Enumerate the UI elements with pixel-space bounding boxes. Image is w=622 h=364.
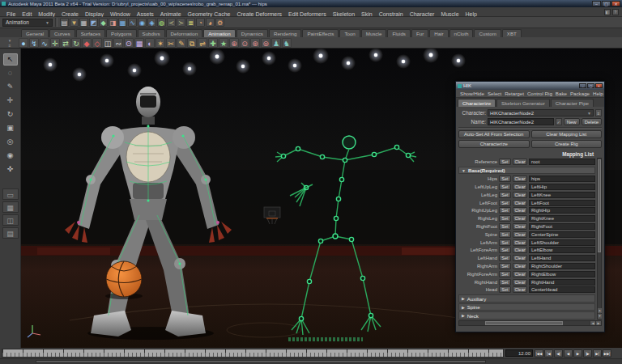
tool-button[interactable]: ◎ — [3, 136, 18, 148]
shelf-icon[interactable]: ⧉ — [187, 38, 197, 48]
menu-item[interactable]: Create — [58, 11, 82, 17]
shelf-icon[interactable]: ⇄ — [61, 38, 70, 48]
playback-button[interactable]: ▶ — [573, 349, 582, 358]
shelf-icon[interactable]: ✚ — [208, 38, 218, 48]
shelf-icon[interactable]: ▦ — [134, 38, 144, 48]
shelf-tab[interactable]: nCloth — [449, 29, 474, 37]
clear-button[interactable]: Clear — [513, 159, 527, 165]
rename-button[interactable]: ✓ — [556, 118, 562, 125]
set-button[interactable]: Set — [499, 192, 511, 198]
minimize-button[interactable]: – — [592, 1, 601, 6]
menu-item[interactable]: Character — [407, 11, 438, 17]
shelf-icon[interactable]: ⇌ — [198, 38, 207, 48]
status-icon[interactable]: ◈ — [147, 18, 156, 27]
set-button[interactable]: Set — [499, 215, 511, 222]
status-icon[interactable]: ▼ — [70, 18, 79, 27]
menu-item[interactable]: Help — [462, 11, 480, 17]
help-line-icon[interactable]: ? — [612, 9, 619, 15]
close-button[interactable]: ✕ — [611, 1, 620, 6]
shelf-icon[interactable]: ✶ — [156, 38, 165, 48]
vertical-scrollbar[interactable]: ▲ ▼ — [597, 158, 602, 320]
layout-button[interactable]: ▦ — [2, 201, 19, 213]
set-button[interactable]: Set — [499, 207, 511, 214]
collapsed-section-header[interactable]: ▶ Spine — [458, 303, 595, 311]
horizontal-scrollbar[interactable]: ◀ ▶ — [458, 320, 602, 326]
status-icon[interactable]: ≺ — [167, 18, 176, 27]
shelf-tab[interactable]: PaintEffects — [302, 29, 339, 37]
layout-button[interactable]: ◫ — [2, 214, 19, 226]
tool-button[interactable]: ↖ — [3, 53, 18, 66]
clear-button[interactable]: Clear — [513, 247, 527, 253]
scrollbar-thumb[interactable] — [598, 159, 601, 252]
delete-button[interactable]: Delete — [582, 118, 602, 125]
shelf-icon[interactable]: ↻ — [71, 38, 81, 48]
menu-item[interactable]: Edit — [19, 11, 35, 17]
hik-menu-item[interactable]: Package — [569, 91, 591, 96]
set-button[interactable]: Set — [499, 255, 511, 261]
clear-button[interactable]: Clear — [513, 207, 527, 214]
shelf-icon[interactable]: ⊙ — [240, 38, 249, 48]
shelf-tab[interactable]: Surfaces — [76, 29, 105, 37]
tool-button[interactable]: ↻ — [3, 108, 18, 121]
set-button[interactable]: Set — [499, 200, 511, 206]
menu-item[interactable]: Create Deformers — [233, 11, 285, 17]
joint-value-field[interactable]: RightKnee — [529, 215, 595, 222]
status-icon[interactable]: ▦ — [118, 18, 127, 27]
maximize-button[interactable]: ▢ — [602, 1, 611, 6]
shelf-icon[interactable]: ∿ — [40, 38, 49, 48]
status-icon[interactable]: ≻ — [177, 18, 185, 27]
character-dropdown[interactable]: HIKCharacterNode2 ▼ — [488, 109, 594, 116]
joint-value-field[interactable]: root — [529, 159, 595, 165]
clear-button[interactable]: Clear — [513, 271, 527, 277]
set-button[interactable]: Set — [499, 286, 511, 293]
new-button[interactable]: New — [564, 118, 580, 125]
range-slider-bar[interactable] — [36, 360, 486, 363]
status-icon[interactable]: ⚙ — [215, 18, 224, 27]
menu-item[interactable]: Window — [107, 11, 134, 17]
joint-value-field[interactable]: RightShoulder — [529, 263, 595, 269]
status-icon[interactable]: ◆ — [99, 18, 108, 27]
shelf-tab[interactable]: Rendering — [269, 29, 302, 37]
scroll-right-icon[interactable]: ▶ — [595, 321, 601, 325]
shelf-tab[interactable]: Muscle — [361, 29, 387, 37]
shelf-tab[interactable]: Fur — [411, 29, 428, 37]
menu-set-dropdown[interactable]: Animation ▼ — [2, 19, 53, 27]
layout-button[interactable]: ▤ — [2, 227, 19, 239]
set-button[interactable]: Set — [499, 184, 511, 190]
timeline-ticks[interactable] — [2, 349, 504, 358]
range-slider[interactable] — [0, 358, 622, 364]
scrollbar-thumb[interactable] — [485, 321, 563, 325]
clear-button[interactable]: Clear — [513, 231, 527, 238]
menu-item[interactable]: Constrain — [376, 11, 407, 17]
playback-button[interactable]: ◀| — [554, 349, 563, 358]
joint-value-field[interactable]: hips — [529, 176, 595, 182]
collapsed-section-header[interactable]: ▶ Neck — [458, 311, 595, 320]
tool-button[interactable]: ◉ — [3, 150, 18, 162]
hik-menu-item[interactable]: Retarget — [503, 91, 526, 96]
joint-value-field[interactable]: LeftHip — [529, 184, 595, 190]
menu-item[interactable]: Skin — [358, 11, 376, 17]
shelf-icon[interactable]: ⊚ — [261, 38, 271, 48]
shelf-icon[interactable]: ʘ — [124, 38, 134, 48]
shelf-tab[interactable]: XBT — [502, 29, 522, 37]
shelf-icon[interactable]: ♟ — [271, 38, 281, 48]
playback-button[interactable]: |◀ — [544, 349, 553, 358]
shelf-tab[interactable]: Curves — [49, 29, 75, 37]
tool-button[interactable]: ✎ — [3, 81, 18, 93]
playback-button[interactable]: |▶ — [583, 349, 592, 358]
joint-value-field[interactable]: LeftShoulder — [529, 239, 595, 246]
hik-menu-item[interactable]: Select — [486, 91, 503, 96]
status-icon[interactable]: ▦ — [79, 18, 88, 27]
hik-maximize-button[interactable]: ▢ — [587, 83, 594, 88]
shelf-menu-icon[interactable]: ▾≡ — [2, 38, 18, 48]
set-button[interactable]: Set — [499, 247, 511, 253]
sidebar-toggle-icon[interactable]: ◧ — [604, 9, 611, 15]
base-section-header[interactable]: ▼ Base(Required) — [458, 167, 595, 175]
status-icon[interactable]: ◕ — [206, 18, 215, 27]
menu-item[interactable]: Skeleton — [330, 11, 358, 17]
hik-title-bar[interactable]: HIK – ▢ ✕ — [456, 82, 604, 90]
shelf-icon[interactable]: ◇ — [92, 38, 102, 48]
joint-value-field[interactable]: LeftElbow — [529, 247, 595, 253]
scroll-down-icon[interactable]: ▼ — [598, 314, 602, 319]
shelf-tab[interactable]: Polygons — [106, 29, 136, 37]
